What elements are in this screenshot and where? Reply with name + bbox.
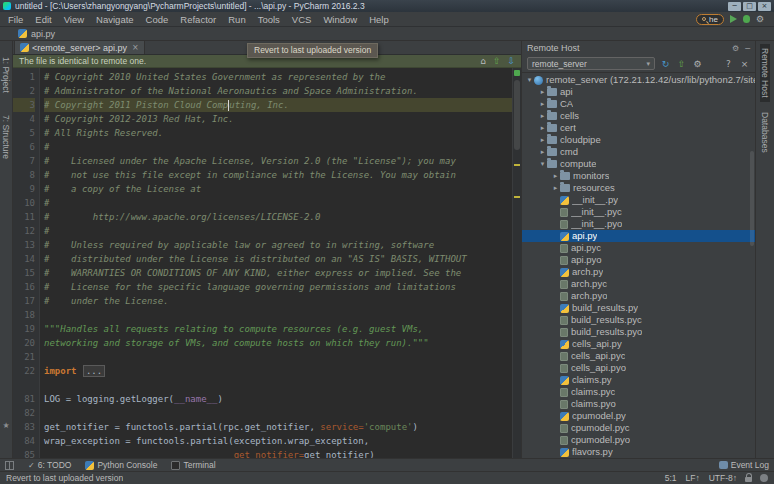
code-line[interactable]: # xyxy=(44,224,512,238)
tree-item-__init__.py[interactable]: __init__.py xyxy=(522,194,755,206)
gutter-line[interactable]: 21 xyxy=(13,350,35,364)
menu-item-file[interactable]: File xyxy=(2,12,29,27)
tree-item-monitors[interactable]: ▸monitors xyxy=(522,170,755,182)
tree-item-build_results.pyo[interactable]: build_results.pyo xyxy=(522,326,755,338)
gutter-line[interactable]: 10 xyxy=(13,196,35,210)
tab-close-icon[interactable]: × xyxy=(132,43,139,52)
code-line[interactable] xyxy=(44,350,512,364)
tree-item-cells_api.py[interactable]: cells_api.py xyxy=(522,338,755,350)
todo-button[interactable]: ✓6: TODO xyxy=(28,460,71,470)
code-line[interactable]: # Licensed under the Apache License, Ver… xyxy=(44,154,512,168)
close-panel-icon[interactable]: × xyxy=(739,58,750,70)
chevron-right-icon[interactable]: ▸ xyxy=(551,182,560,194)
tree-item-arch.py[interactable]: arch.py xyxy=(522,266,755,278)
upload-icon[interactable]: ⇧ xyxy=(493,56,501,67)
code-line[interactable] xyxy=(44,406,512,420)
tree-scrollbar[interactable] xyxy=(750,151,754,246)
tree-item-__init__.pyo[interactable]: __init__.pyo xyxy=(522,218,755,230)
chevron-right-icon[interactable]: ▸ xyxy=(538,86,547,98)
status-line-separator[interactable]: LF↑ xyxy=(685,473,699,483)
search-box[interactable]: he xyxy=(696,14,724,25)
gutter-line[interactable]: 16 xyxy=(13,280,35,294)
gutter-line[interactable]: 9 xyxy=(13,182,35,196)
code-line[interactable] xyxy=(44,378,512,392)
run-icon[interactable] xyxy=(730,15,737,23)
lock-icon[interactable] xyxy=(745,477,752,482)
hide-panel-icon[interactable]: ─ xyxy=(745,44,750,53)
gutter-line[interactable]: 22 xyxy=(13,364,35,378)
remote-host-header[interactable]: Remote Host ⚙ ─ xyxy=(522,41,755,55)
code-line[interactable]: get_notifier = functools.partial(rpc.get… xyxy=(44,420,512,434)
code-line[interactable]: networking and storage of VMs, and compu… xyxy=(44,336,512,350)
toolwindow-switcher-button[interactable] xyxy=(5,461,14,470)
event-log-button[interactable]: Event Log xyxy=(719,460,769,470)
tree-item-api.py[interactable]: api.py xyxy=(522,230,755,242)
tree-item-cpumodel.pyo[interactable]: cpumodel.pyo xyxy=(522,434,755,446)
chevron-right-icon[interactable]: ▸ xyxy=(538,134,547,146)
chevron-right-icon[interactable]: ▸ xyxy=(551,170,560,182)
menu-item-help[interactable]: Help xyxy=(363,12,395,27)
code-line[interactable]: # http://www.apache.org/licenses/LICENSE… xyxy=(44,210,512,224)
tree-item-cmd[interactable]: ▸cmd xyxy=(522,146,755,158)
gutter-line[interactable]: 18 xyxy=(13,308,35,322)
code-line[interactable]: # Copyright 2010 United States Governmen… xyxy=(44,70,512,84)
chevron-right-icon[interactable]: ▸ xyxy=(538,98,547,110)
menu-item-window[interactable]: Window xyxy=(317,12,363,27)
maximize-button[interactable]: □ xyxy=(743,2,756,11)
status-encoding[interactable]: UTF-8↑ xyxy=(709,473,737,483)
tree-item-__init__.pyc[interactable]: __init__.pyc xyxy=(522,206,755,218)
menu-item-navigate[interactable]: Navigate xyxy=(90,12,140,27)
tree-item-api.pyo[interactable]: api.pyo xyxy=(522,254,755,266)
gutter-line[interactable]: 11 xyxy=(13,210,35,224)
editor-scrollbar[interactable] xyxy=(512,68,521,458)
gutter-line[interactable]: 7 xyxy=(13,154,35,168)
menu-item-run[interactable]: Run xyxy=(222,12,251,27)
python-console-button[interactable]: Python Console xyxy=(85,460,157,470)
menu-item-tools[interactable]: Tools xyxy=(252,12,286,27)
code-line[interactable]: LOG = logging.getLogger(__name__) xyxy=(44,392,512,406)
gutter-line[interactable]: 6 xyxy=(13,140,35,154)
code-line[interactable]: """Handles all requests relating to comp… xyxy=(44,322,512,336)
chevron-down-icon[interactable]: ▾ xyxy=(538,158,547,170)
code-line[interactable]: get_notifier=get_notifier) xyxy=(44,448,512,458)
code-line[interactable]: # Administrator of the National Aeronaut… xyxy=(44,84,512,98)
gutter-line[interactable]: 2 xyxy=(13,84,35,98)
upload-icon[interactable]: ⇧ xyxy=(676,58,687,70)
tree-item-cells_api.pyo[interactable]: cells_api.pyo xyxy=(522,362,755,374)
download-icon[interactable]: ⇩ xyxy=(507,56,515,67)
gear-icon[interactable]: ⚙ xyxy=(732,44,739,53)
code-line[interactable]: # Unless required by applicable law or a… xyxy=(44,238,512,252)
gutter-line[interactable]: 81 xyxy=(13,392,35,406)
gutter-line[interactable]: 84 xyxy=(13,434,35,448)
editor-tab-api[interactable]: <remote_server> api.py × xyxy=(14,40,145,54)
tree-item-compute[interactable]: ▾compute xyxy=(522,158,755,170)
tree-item-remote_server-172.21.12.42-usr-lib-pytho[interactable]: ▾remote_server (172.21.12.42/usr/lib/pyt… xyxy=(522,74,755,86)
terminal-button[interactable]: Terminal xyxy=(171,460,215,470)
gutter-line[interactable]: 1 xyxy=(13,70,35,84)
gutter-line[interactable]: 3 xyxy=(13,98,35,112)
debug-icon[interactable] xyxy=(743,15,750,23)
tree-item-ca[interactable]: ▸CA xyxy=(522,98,755,110)
hector-inspector-icon[interactable] xyxy=(760,474,768,482)
menu-item-edit[interactable]: Edit xyxy=(29,12,57,27)
toolwindow-tab-databases[interactable]: Databases xyxy=(760,108,770,157)
minimize-button[interactable]: ─ xyxy=(728,2,741,11)
chevron-right-icon[interactable]: ▸ xyxy=(538,122,547,134)
code-line[interactable]: # Copyright 2012-2013 Red Hat, Inc. xyxy=(44,112,512,126)
gutter-line[interactable]: 12 xyxy=(13,224,35,238)
gutter-line[interactable]: 14 xyxy=(13,252,35,266)
navigation-bar[interactable]: api.py xyxy=(0,27,774,41)
gutter-line[interactable]: 13 xyxy=(13,238,35,252)
menu-item-code[interactable]: Code xyxy=(140,12,175,27)
tree-item-api.pyc[interactable]: api.pyc xyxy=(522,242,755,254)
tree-item-build_results.pyc[interactable]: build_results.pyc xyxy=(522,314,755,326)
code-editor[interactable]: 1234567891011121314151617181920212281828… xyxy=(13,68,521,458)
chevron-right-icon[interactable]: ▸ xyxy=(538,146,547,158)
close-button[interactable]: × xyxy=(758,2,771,11)
code-line[interactable]: # under the License. xyxy=(44,294,512,308)
toolwindow-tab-project[interactable]: 1: Project xyxy=(1,53,11,97)
code-line[interactable]: # All Rights Reserved. xyxy=(44,126,512,140)
tree-item-arch.pyo[interactable]: arch.pyo xyxy=(522,290,755,302)
tree-item-claims.pyo[interactable]: claims.pyo xyxy=(522,398,755,410)
tree-item-flavors.py[interactable]: flavors.py xyxy=(522,446,755,458)
